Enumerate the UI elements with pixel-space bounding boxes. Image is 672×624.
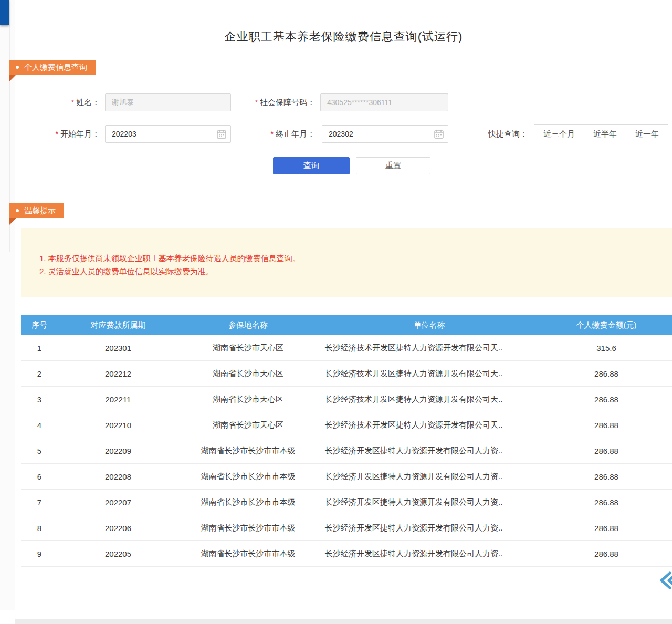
cell-insured-area: 湖南省长沙市长沙市市本级 <box>178 541 318 567</box>
cell-period: 202207 <box>58 490 178 515</box>
left-rail <box>0 0 15 610</box>
header-index: 序号 <box>21 315 58 335</box>
required-marker: * <box>255 98 258 107</box>
section-badge-personal-payment-query: 个人缴费信息查询 <box>9 60 96 75</box>
name-field <box>105 93 231 111</box>
cell-amount: 286.88 <box>541 438 672 464</box>
cell-amount: 315.6 <box>541 335 672 361</box>
end-month-input[interactable] <box>322 125 448 143</box>
sidebar-corner-block <box>0 0 9 25</box>
pension-query-page: 企业职工基本养老保险缴费信息查询(试运行) 个人缴费信息查询 *姓名： *社会保… <box>0 0 672 624</box>
bullet-dot-icon <box>16 209 19 212</box>
cell-insured-area: 湖南省长沙市长沙市市本级 <box>178 438 318 464</box>
cell-period: 202206 <box>58 515 178 541</box>
table-row: 3 202211 湖南省长沙市天心区 长沙经济技术开发区捷特人力资源开发有限公司… <box>21 387 672 412</box>
bullet-dot-icon <box>16 66 19 69</box>
cell-insured-area: 湖南省长沙市长沙市市本级 <box>178 490 318 515</box>
cell-period: 202209 <box>58 438 178 464</box>
cell-amount: 286.88 <box>541 515 672 541</box>
cell-company: 长沙经济开发区捷特人力资源开发有限公司人力资.. <box>318 438 541 464</box>
ribbon-fold <box>9 75 16 81</box>
cell-index: 4 <box>21 412 58 438</box>
cell-period: 202205 <box>58 541 178 567</box>
cell-period: 202211 <box>58 387 178 412</box>
page-title: 企业职工基本养老保险缴费信息查询(试运行) <box>15 29 672 45</box>
header-company: 单位名称 <box>318 315 541 335</box>
cell-index: 2 <box>21 361 58 387</box>
cell-amount: 286.88 <box>541 541 672 567</box>
header-amount: 个人缴费金额(元) <box>541 315 672 335</box>
ribbon-fold <box>9 218 16 225</box>
section-badge-label: 温馨提示 <box>24 203 56 218</box>
cell-company: 长沙经济开发区捷特人力资源开发有限公司人力资.. <box>318 541 541 567</box>
cell-company: 长沙经济开发区捷特人力资源开发有限公司人力资.. <box>318 515 541 541</box>
table-row: 1 202301 湖南省长沙市天心区 长沙经济技术开发区捷特人力资源开发有限公司… <box>21 335 672 361</box>
quick-query-last-half-year-button[interactable]: 近半年 <box>584 124 626 143</box>
cell-company: 长沙经济开发区捷特人力资源开发有限公司人力资.. <box>318 464 541 490</box>
header-period: 对应费款所属期 <box>58 315 178 335</box>
quick-query-last-3-months-button[interactable]: 近三个月 <box>534 124 584 143</box>
cell-company: 长沙经济技术开发区捷特人力资源开发有限公司天.. <box>318 361 541 387</box>
header-insured-area: 参保地名称 <box>178 315 318 335</box>
reset-button[interactable]: 重置 <box>356 157 430 174</box>
cell-index: 6 <box>21 464 58 490</box>
cell-index: 3 <box>21 387 58 412</box>
table-row: 7 202207 湖南省长沙市长沙市市本级 长沙经济开发区捷特人力资源开发有限公… <box>21 490 672 515</box>
table-row: 4 202210 湖南省长沙市天心区 长沙经济技术开发区捷特人力资源开发有限公司… <box>21 412 672 438</box>
cell-period: 202301 <box>58 335 178 361</box>
cell-insured-area: 湖南省长沙市天心区 <box>178 387 318 412</box>
required-marker: * <box>271 130 274 138</box>
calendar-icon[interactable] <box>216 129 227 139</box>
section-badge-tips: 温馨提示 <box>9 203 64 218</box>
table-header-row: 序号 对应费款所属期 参保地名称 单位名称 个人缴费金额(元) <box>21 315 672 335</box>
cell-amount: 286.88 <box>541 412 672 438</box>
calendar-icon[interactable] <box>434 129 444 139</box>
required-marker: * <box>56 130 58 138</box>
name-label: *姓名： <box>32 93 100 111</box>
table-row: 5 202209 湖南省长沙市长沙市市本级 长沙经济开发区捷特人力资源开发有限公… <box>21 438 672 464</box>
cell-company: 长沙经济开发区捷特人力资源开发有限公司人力资.. <box>318 490 541 515</box>
payment-records-table: 序号 对应费款所属期 参保地名称 单位名称 个人缴费金额(元) 1 202301… <box>21 315 672 567</box>
cell-insured-area: 湖南省长沙市长沙市市本级 <box>178 464 318 490</box>
cell-company: 长沙经济技术开发区捷特人力资源开发有限公司天.. <box>318 412 541 438</box>
cell-period: 202208 <box>58 464 178 490</box>
cell-insured-area: 湖南省长沙市长沙市市本级 <box>178 515 318 541</box>
double-chevron-left-icon[interactable] <box>657 569 672 592</box>
cell-index: 7 <box>21 490 58 515</box>
ssn-label: *社会保障号码： <box>231 93 315 111</box>
query-button[interactable]: 查询 <box>273 157 350 174</box>
notice-line-2: 2. 灵活就业人员的缴费单位信息以实际缴费为准。 <box>39 265 662 278</box>
cell-index: 1 <box>21 335 58 361</box>
cell-insured-area: 湖南省长沙市天心区 <box>178 335 318 361</box>
cell-insured-area: 湖南省长沙市天心区 <box>178 412 318 438</box>
cell-company: 长沙经济技术开发区捷特人力资源开发有限公司天.. <box>318 335 541 361</box>
bottom-strip <box>15 619 672 624</box>
cell-amount: 286.88 <box>541 464 672 490</box>
table-row: 9 202205 湖南省长沙市长沙市市本级 长沙经济开发区捷特人力资源开发有限公… <box>21 541 672 567</box>
required-marker: * <box>71 98 74 107</box>
quick-query-last-year-button[interactable]: 近一年 <box>626 124 668 143</box>
table-row: 6 202208 湖南省长沙市长沙市市本级 长沙经济开发区捷特人力资源开发有限公… <box>21 464 672 490</box>
table-body: 1 202301 湖南省长沙市天心区 长沙经济技术开发区捷特人力资源开发有限公司… <box>21 335 672 567</box>
start-month-input[interactable] <box>105 125 231 143</box>
cell-amount: 286.88 <box>541 361 672 387</box>
cell-period: 202210 <box>58 412 178 438</box>
notice-line-1: 1. 本服务仅提供尚未领取企业职工基本养老保险待遇人员的缴费信息查询。 <box>39 252 662 265</box>
social-security-number-field <box>320 93 448 111</box>
cell-index: 9 <box>21 541 58 567</box>
cell-index: 8 <box>21 515 58 541</box>
end-month-label: *终止年月： <box>231 125 315 143</box>
cell-company: 长沙经济技术开发区捷特人力资源开发有限公司天.. <box>318 387 541 412</box>
cell-period: 202212 <box>58 361 178 387</box>
table-row: 8 202206 湖南省长沙市长沙市市本级 长沙经济开发区捷特人力资源开发有限公… <box>21 515 672 541</box>
start-month-label: *开始年月： <box>32 125 100 143</box>
section-badge-label: 个人缴费信息查询 <box>24 60 87 75</box>
cell-insured-area: 湖南省长沙市天心区 <box>178 361 318 387</box>
cell-index: 5 <box>21 438 58 464</box>
quick-query-label: 快捷查询： <box>488 124 528 143</box>
quick-query-group: 近三个月 近半年 近一年 <box>534 124 668 143</box>
notice-box: 1. 本服务仅提供尚未领取企业职工基本养老保险待遇人员的缴费信息查询。 2. 灵… <box>21 228 672 297</box>
table-row: 2 202212 湖南省长沙市天心区 长沙经济技术开发区捷特人力资源开发有限公司… <box>21 361 672 387</box>
cell-amount: 286.88 <box>541 387 672 412</box>
cell-amount: 286.88 <box>541 490 672 515</box>
